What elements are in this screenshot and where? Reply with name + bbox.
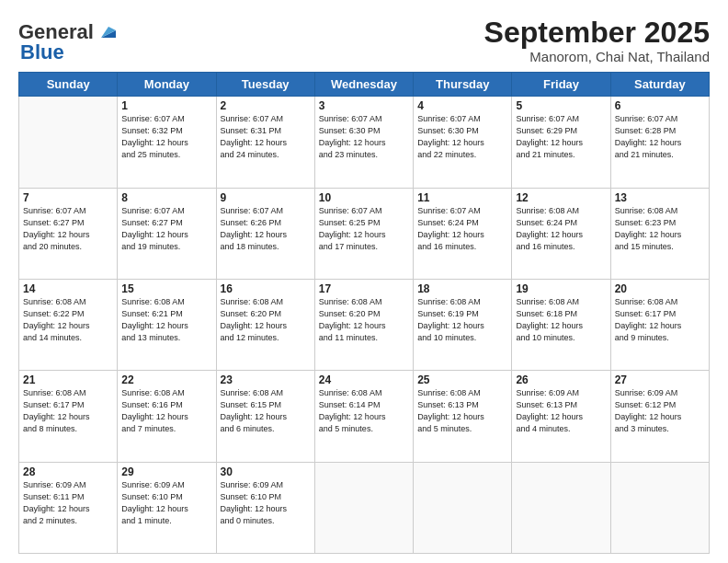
- calendar-cell: [414, 462, 512, 553]
- day-info: Sunrise: 6:07 AMSunset: 6:32 PMDaylight:…: [121, 113, 211, 161]
- calendar-cell: 10Sunrise: 6:07 AMSunset: 6:25 PMDayligh…: [314, 188, 413, 279]
- day-number: 7: [23, 191, 113, 204]
- calendar-day-header: Tuesday: [216, 73, 314, 97]
- calendar-cell: 9Sunrise: 6:07 AMSunset: 6:26 PMDaylight…: [216, 188, 314, 279]
- day-number: 13: [615, 191, 705, 204]
- day-info: Sunrise: 6:08 AMSunset: 6:23 PMDaylight:…: [615, 205, 705, 253]
- day-number: 28: [23, 465, 113, 478]
- day-number: 11: [417, 191, 507, 204]
- calendar-week-row: 14Sunrise: 6:08 AMSunset: 6:22 PMDayligh…: [19, 279, 710, 370]
- day-number: 1: [121, 99, 211, 112]
- day-info: Sunrise: 6:09 AMSunset: 6:10 PMDaylight:…: [221, 479, 311, 527]
- day-info: Sunrise: 6:08 AMSunset: 6:24 PMDaylight:…: [516, 205, 606, 253]
- day-number: 19: [516, 282, 606, 295]
- calendar-cell: [314, 462, 413, 553]
- day-number: 8: [121, 191, 211, 204]
- month-title: September 2025: [484, 17, 710, 49]
- page-header: General Blue September 2025 Manorom, Cha…: [18, 17, 710, 64]
- calendar-cell: [610, 462, 709, 553]
- calendar-week-row: 1Sunrise: 6:07 AMSunset: 6:32 PMDaylight…: [19, 97, 710, 188]
- day-info: Sunrise: 6:07 AMSunset: 6:24 PMDaylight:…: [417, 205, 507, 253]
- calendar-cell: 16Sunrise: 6:08 AMSunset: 6:20 PMDayligh…: [216, 279, 314, 370]
- logo-blue-text: Blue: [20, 40, 64, 64]
- day-number: 23: [221, 373, 311, 386]
- calendar-cell: [512, 462, 610, 553]
- day-info: Sunrise: 6:07 AMSunset: 6:27 PMDaylight:…: [121, 205, 211, 253]
- calendar-cell: 19Sunrise: 6:08 AMSunset: 6:18 PMDayligh…: [512, 279, 610, 370]
- day-info: Sunrise: 6:08 AMSunset: 6:22 PMDaylight:…: [23, 296, 113, 344]
- calendar-cell: 1Sunrise: 6:07 AMSunset: 6:32 PMDaylight…: [118, 97, 216, 188]
- day-number: 26: [516, 373, 606, 386]
- day-number: 18: [417, 282, 507, 295]
- day-number: 25: [417, 373, 507, 386]
- calendar-cell: 18Sunrise: 6:08 AMSunset: 6:19 PMDayligh…: [414, 279, 512, 370]
- calendar-cell: 7Sunrise: 6:07 AMSunset: 6:27 PMDaylight…: [19, 188, 118, 279]
- calendar-cell: 17Sunrise: 6:08 AMSunset: 6:20 PMDayligh…: [314, 279, 413, 370]
- day-info: Sunrise: 6:07 AMSunset: 6:31 PMDaylight:…: [221, 113, 311, 161]
- location-title: Manorom, Chai Nat, Thailand: [484, 49, 710, 64]
- calendar-cell: 5Sunrise: 6:07 AMSunset: 6:29 PMDaylight…: [512, 97, 610, 188]
- calendar-cell: 26Sunrise: 6:09 AMSunset: 6:13 PMDayligh…: [512, 371, 610, 462]
- calendar-cell: 13Sunrise: 6:08 AMSunset: 6:23 PMDayligh…: [610, 188, 709, 279]
- day-number: 14: [23, 282, 113, 295]
- calendar-cell: 4Sunrise: 6:07 AMSunset: 6:30 PMDaylight…: [414, 97, 512, 188]
- day-info: Sunrise: 6:08 AMSunset: 6:17 PMDaylight:…: [23, 387, 113, 435]
- logo-icon: [96, 21, 116, 41]
- day-info: Sunrise: 6:08 AMSunset: 6:18 PMDaylight:…: [516, 296, 606, 344]
- day-info: Sunrise: 6:08 AMSunset: 6:13 PMDaylight:…: [417, 387, 507, 435]
- day-info: Sunrise: 6:09 AMSunset: 6:12 PMDaylight:…: [615, 387, 705, 435]
- calendar-cell: 12Sunrise: 6:08 AMSunset: 6:24 PMDayligh…: [512, 188, 610, 279]
- calendar-table: SundayMondayTuesdayWednesdayThursdayFrid…: [18, 72, 710, 554]
- day-info: Sunrise: 6:08 AMSunset: 6:14 PMDaylight:…: [319, 387, 409, 435]
- day-info: Sunrise: 6:07 AMSunset: 6:27 PMDaylight:…: [23, 205, 113, 253]
- day-info: Sunrise: 6:08 AMSunset: 6:21 PMDaylight:…: [121, 296, 211, 344]
- day-info: Sunrise: 6:07 AMSunset: 6:26 PMDaylight:…: [221, 205, 311, 253]
- calendar-day-header: Friday: [512, 73, 610, 97]
- day-info: Sunrise: 6:07 AMSunset: 6:28 PMDaylight:…: [615, 113, 705, 161]
- day-number: 16: [221, 282, 311, 295]
- calendar-cell: 30Sunrise: 6:09 AMSunset: 6:10 PMDayligh…: [216, 462, 314, 553]
- day-info: Sunrise: 6:09 AMSunset: 6:11 PMDaylight:…: [23, 479, 113, 527]
- calendar-cell: 22Sunrise: 6:08 AMSunset: 6:16 PMDayligh…: [118, 371, 216, 462]
- day-info: Sunrise: 6:09 AMSunset: 6:10 PMDaylight:…: [121, 479, 211, 527]
- day-number: 9: [221, 191, 311, 204]
- calendar-cell: 24Sunrise: 6:08 AMSunset: 6:14 PMDayligh…: [314, 371, 413, 462]
- calendar-day-header: Sunday: [19, 73, 118, 97]
- day-number: 2: [221, 99, 311, 112]
- day-number: 24: [319, 373, 409, 386]
- calendar-day-header: Thursday: [414, 73, 512, 97]
- day-number: 27: [615, 373, 705, 386]
- calendar-cell: 23Sunrise: 6:08 AMSunset: 6:15 PMDayligh…: [216, 371, 314, 462]
- calendar-day-header: Saturday: [610, 73, 709, 97]
- day-number: 17: [319, 282, 409, 295]
- logo: General Blue: [18, 20, 116, 64]
- day-number: 21: [23, 373, 113, 386]
- calendar-cell: 2Sunrise: 6:07 AMSunset: 6:31 PMDaylight…: [216, 97, 314, 188]
- day-info: Sunrise: 6:07 AMSunset: 6:25 PMDaylight:…: [319, 205, 409, 253]
- calendar-cell: 28Sunrise: 6:09 AMSunset: 6:11 PMDayligh…: [19, 462, 118, 553]
- day-info: Sunrise: 6:08 AMSunset: 6:17 PMDaylight:…: [615, 296, 705, 344]
- calendar-day-header: Wednesday: [314, 73, 413, 97]
- calendar-week-row: 21Sunrise: 6:08 AMSunset: 6:17 PMDayligh…: [19, 371, 710, 462]
- day-number: 5: [516, 99, 606, 112]
- day-number: 20: [615, 282, 705, 295]
- calendar-cell: [19, 97, 118, 188]
- calendar-cell: 29Sunrise: 6:09 AMSunset: 6:10 PMDayligh…: [118, 462, 216, 553]
- calendar-cell: 11Sunrise: 6:07 AMSunset: 6:24 PMDayligh…: [414, 188, 512, 279]
- calendar-day-header: Monday: [118, 73, 216, 97]
- calendar-header-row: SundayMondayTuesdayWednesdayThursdayFrid…: [19, 73, 710, 97]
- calendar-cell: 15Sunrise: 6:08 AMSunset: 6:21 PMDayligh…: [118, 279, 216, 370]
- calendar-cell: 20Sunrise: 6:08 AMSunset: 6:17 PMDayligh…: [610, 279, 709, 370]
- day-number: 4: [417, 99, 507, 112]
- day-info: Sunrise: 6:07 AMSunset: 6:29 PMDaylight:…: [516, 113, 606, 161]
- calendar-week-row: 28Sunrise: 6:09 AMSunset: 6:11 PMDayligh…: [19, 462, 710, 553]
- calendar-cell: 14Sunrise: 6:08 AMSunset: 6:22 PMDayligh…: [19, 279, 118, 370]
- day-number: 6: [615, 99, 705, 112]
- calendar-cell: 25Sunrise: 6:08 AMSunset: 6:13 PMDayligh…: [414, 371, 512, 462]
- day-info: Sunrise: 6:07 AMSunset: 6:30 PMDaylight:…: [417, 113, 507, 161]
- day-number: 22: [121, 373, 211, 386]
- day-info: Sunrise: 6:08 AMSunset: 6:16 PMDaylight:…: [121, 387, 211, 435]
- calendar-cell: 27Sunrise: 6:09 AMSunset: 6:12 PMDayligh…: [610, 371, 709, 462]
- day-info: Sunrise: 6:08 AMSunset: 6:19 PMDaylight:…: [417, 296, 507, 344]
- day-info: Sunrise: 6:07 AMSunset: 6:30 PMDaylight:…: [319, 113, 409, 161]
